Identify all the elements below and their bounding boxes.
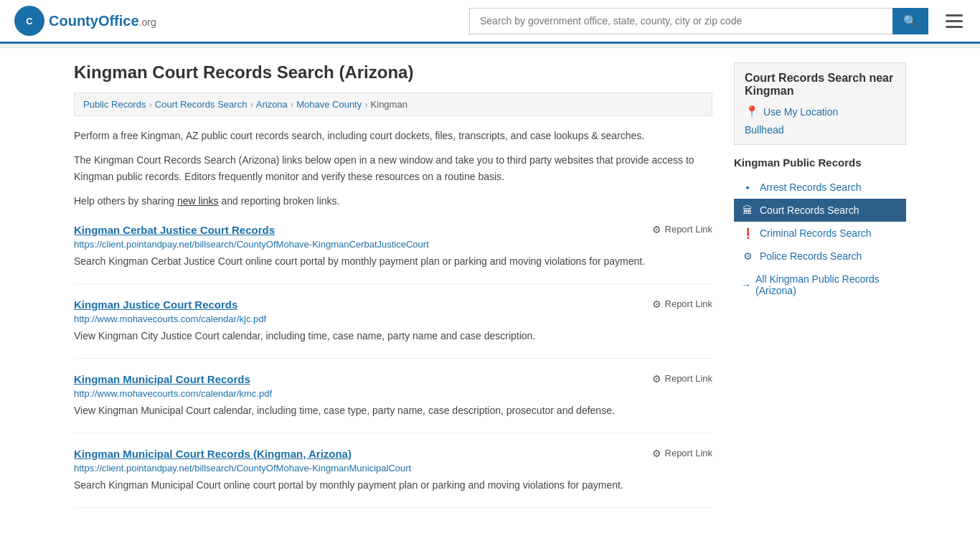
logo-icon: C [14,6,44,36]
result-item: Kingman Justice Court Records ⚙ Report L… [74,298,712,359]
sidebar: Court Records Search near Kingman 📍 Use … [734,62,906,508]
search-bar: 🔍 [469,8,928,34]
hamburger-line [946,26,963,28]
sidebar-nearby-title: Court Records Search near Kingman [745,72,895,98]
main-content: Kingman Court Records Search (Arizona) P… [74,62,712,508]
report-icon: ⚙ [652,448,661,459]
result-item: Kingman Municipal Court Records (Kingman… [74,448,712,508]
search-icon: 🔍 [903,15,918,27]
report-label: Report Link [665,373,712,384]
description-line1: Perform a free Kingman, AZ public court … [74,128,712,143]
report-link-0[interactable]: ⚙ Report Link [652,224,712,235]
header: C CountyOffice.org 🔍 [0,0,980,44]
result-desc-3: Search Kingman Municipal Court online co… [74,478,712,493]
result-item: Kingman Cerbat Justice Court Records ⚙ R… [74,224,712,284]
report-icon: ⚙ [652,298,661,310]
breadcrumb-arizona[interactable]: Arizona [256,99,288,110]
report-label: Report Link [665,224,712,235]
result-url-1: http://www.mohavecourts.com/calendar/kjc… [74,314,712,324]
breadcrumb-public-records[interactable]: Public Records [83,99,146,110]
result-desc-1: View Kingman City Justice Court calendar… [74,329,712,344]
result-title-3[interactable]: Kingman Municipal Court Records (Kingman… [74,448,352,460]
sidebar-nav-item-2[interactable]: ❗Criminal Records Search [734,222,906,245]
result-item: Kingman Municipal Court Records ⚙ Report… [74,373,712,433]
breadcrumb-kingman: Kingman [371,99,407,110]
result-url-2: http://www.mohavecourts.com/calendar/kmc… [74,388,712,399]
nav-icon-0: ▪ [741,182,754,193]
nav-label-0: Arrest Records Search [760,182,862,193]
results-list: Kingman Cerbat Justice Court Records ⚙ R… [74,224,712,508]
report-link-1[interactable]: ⚙ Report Link [652,298,712,310]
nav-label-3: Police Records Search [760,250,862,262]
sidebar-nearby-box: Court Records Search near Kingman 📍 Use … [734,62,906,145]
report-label: Report Link [665,298,712,309]
result-header: Kingman Cerbat Justice Court Records ⚙ R… [74,224,712,236]
hamburger-line [946,20,963,22]
nav-icon-3: ⚙ [741,250,754,262]
report-icon: ⚙ [652,224,661,235]
breadcrumb-court-records-search[interactable]: Court Records Search [155,99,248,110]
use-my-location-link[interactable]: 📍 Use My Location [745,105,895,118]
result-title-0[interactable]: Kingman Cerbat Justice Court Records [74,224,275,236]
result-desc-2: View Kingman Municipal Court calendar, i… [74,403,712,418]
nav-icon-2: ❗ [741,227,754,239]
arrow-right-icon: → [741,279,751,291]
description-line2: The Kingman Court Records Search (Arizon… [74,152,712,184]
report-link-2[interactable]: ⚙ Report Link [652,373,712,385]
all-records-link[interactable]: → All Kingman Public Records (Arizona) [734,268,906,302]
layout: Kingman Court Records Search (Arizona) P… [60,48,920,522]
sidebar-nav-item-0[interactable]: ▪Arrest Records Search [734,176,906,199]
breadcrumb: Public Records › Court Records Search › … [74,93,712,116]
description-line3: Help others by sharing new links and rep… [74,193,712,209]
search-input[interactable] [469,8,892,34]
result-title-1[interactable]: Kingman Justice Court Records [74,298,237,311]
result-title-2[interactable]: Kingman Municipal Court Records [74,373,250,385]
pin-icon: 📍 [745,105,759,118]
report-link-3[interactable]: ⚙ Report Link [652,448,712,459]
new-links-link[interactable]: new links [177,195,219,207]
report-icon: ⚙ [652,373,661,385]
nearby-cities: Bullhead [745,124,895,136]
result-header: Kingman Municipal Court Records ⚙ Report… [74,373,712,385]
logo-svg: C [19,11,39,31]
sidebar-records-title: Kingman Public Records [734,156,906,169]
sidebar-nav: ▪Arrest Records Search🏛Court Records Sea… [734,176,906,268]
sidebar-nav-item-1[interactable]: 🏛Court Records Search [734,199,906,222]
result-url-0: https://client.pointandpay.net/billsearc… [74,239,712,250]
report-label: Report Link [665,448,712,458]
nav-label-2: Criminal Records Search [760,227,872,239]
hamburger-menu-button[interactable] [943,11,966,31]
breadcrumb-mohave-county[interactable]: Mohave County [296,99,362,110]
search-button[interactable]: 🔍 [892,8,928,34]
page-title: Kingman Court Records Search (Arizona) [74,62,712,83]
logo[interactable]: C CountyOffice.org [14,6,156,36]
result-desc-0: Search Kingman Cerbat Justice Court onli… [74,254,712,269]
svg-text:C: C [26,16,33,27]
result-header: Kingman Municipal Court Records (Kingman… [74,448,712,460]
nav-icon-1: 🏛 [741,204,754,216]
logo-text: CountyOffice.org [49,13,156,29]
nav-label-1: Court Records Search [760,204,859,216]
nearby-city-0[interactable]: Bullhead [745,124,895,136]
result-header: Kingman Justice Court Records ⚙ Report L… [74,298,712,311]
sidebar-nav-item-3[interactable]: ⚙Police Records Search [734,245,906,268]
result-url-3: https://client.pointandpay.net/billsearc… [74,463,712,474]
hamburger-line [946,14,963,17]
